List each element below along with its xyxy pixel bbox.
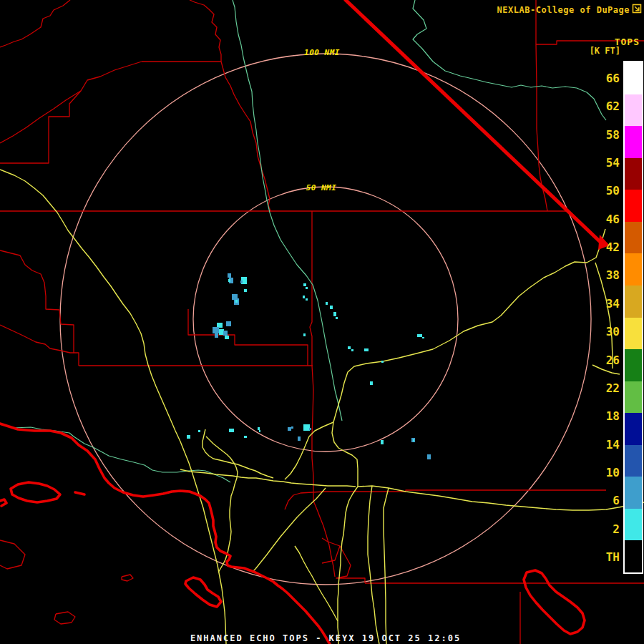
echo-cell	[219, 329, 224, 335]
echo-cell	[288, 427, 291, 431]
colorbar-segment	[625, 286, 642, 318]
echo-cell	[417, 334, 422, 337]
echo-cell	[223, 331, 228, 336]
range-rings	[60, 54, 591, 585]
echo-cell	[187, 435, 190, 439]
colorbar-segment	[625, 318, 642, 350]
echo-cell	[198, 430, 200, 432]
echo-cell	[427, 454, 431, 459]
colorbar	[623, 61, 643, 574]
echo-cell	[291, 426, 293, 429]
product-caption: ENHANCED ECHO TOPS - KEYX 19 OCT 25 12:0…	[7, 633, 644, 643]
echo-cell	[240, 280, 243, 283]
echo-cell	[364, 348, 369, 351]
echo-cell	[215, 333, 218, 338]
colorbar-segment	[625, 222, 642, 254]
roads	[0, 170, 644, 644]
echo-cell	[381, 440, 384, 444]
colorbar-segment	[625, 381, 642, 414]
echo-cell	[226, 321, 231, 326]
echo-cell	[244, 289, 247, 292]
echo-cell	[303, 296, 305, 298]
colorbar-segment	[625, 540, 642, 572]
colorbar-units: [K FT]	[590, 46, 620, 56]
colorbar-segment	[625, 62, 642, 94]
echo-cell	[309, 428, 311, 430]
echo-cell	[370, 381, 373, 385]
colorbar-segment	[625, 158, 642, 190]
echo-cell	[229, 429, 234, 432]
echo-cell	[303, 424, 310, 431]
echo-cell	[303, 283, 306, 286]
echo-cell	[228, 279, 230, 282]
brand: NEXLAB-College of DuPage	[497, 3, 642, 16]
colorbar-segment	[625, 253, 642, 286]
echo-cell	[228, 273, 231, 278]
echo-cell	[422, 337, 424, 338]
echo-cell	[259, 430, 260, 432]
echo-cell	[244, 436, 247, 438]
echo-cell	[333, 312, 336, 316]
rivers	[0, 0, 606, 482]
external-link-icon	[632, 3, 642, 16]
echo-cell	[235, 300, 238, 303]
colorbar-segment	[625, 477, 642, 509]
echo-cell	[217, 323, 223, 328]
brand-text: NEXLAB-College of DuPage	[497, 5, 630, 15]
echo-cell	[213, 327, 219, 333]
echo-cell	[306, 287, 308, 289]
echo-cell	[298, 436, 301, 441]
echo-cell	[413, 439, 414, 441]
echo-cell	[336, 317, 338, 319]
colorbar-segment	[625, 94, 642, 127]
echo-cell	[303, 333, 306, 336]
colorbar-segment	[625, 126, 642, 158]
colorbar-segment	[625, 349, 642, 381]
range-ring-label-100nmi: 100 NMI	[290, 48, 354, 57]
echo-layer	[187, 273, 431, 459]
base-map	[0, 0, 644, 644]
echo-cell	[351, 349, 353, 351]
colorbar-segment	[625, 509, 642, 541]
highlight-line	[346, 0, 610, 250]
echo-cell	[258, 427, 260, 430]
echo-cell	[330, 306, 333, 309]
echo-cell	[225, 336, 229, 339]
colorbar-segment	[625, 190, 642, 222]
colorbar-segment	[625, 445, 642, 477]
echo-cell	[348, 346, 351, 349]
echo-cell	[381, 361, 384, 363]
colorbar-segment	[625, 413, 642, 445]
echo-cell	[326, 302, 328, 305]
coastline	[0, 424, 585, 644]
echo-cell	[306, 298, 308, 301]
range-ring-label-50nmi: 50 NMI	[289, 183, 353, 192]
radar-display: 100 NMI 50 NMI NEXLAB-College of DuPage …	[0, 0, 644, 644]
